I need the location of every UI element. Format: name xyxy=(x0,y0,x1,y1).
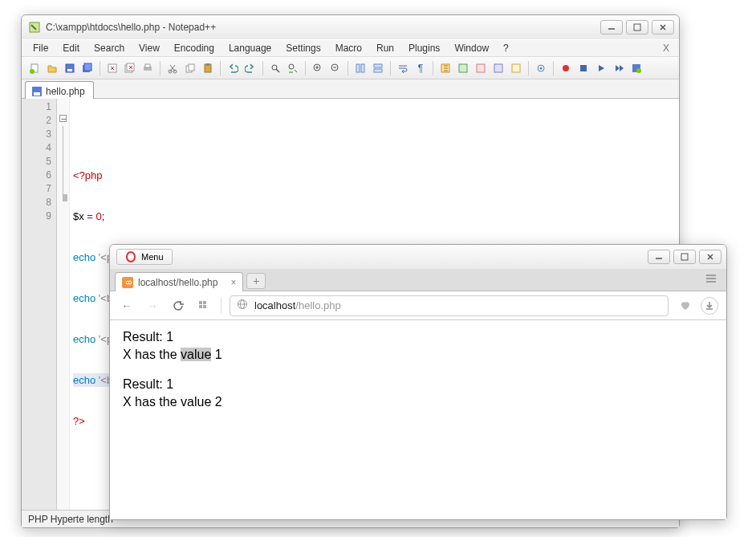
minimize-button[interactable] xyxy=(600,20,623,35)
show-all-chars-icon[interactable]: ¶ xyxy=(413,60,429,76)
svg-rect-32 xyxy=(494,64,502,72)
save-all-icon[interactable] xyxy=(79,60,96,76)
stop-icon[interactable] xyxy=(575,60,591,76)
file-saved-icon xyxy=(32,87,42,96)
svg-rect-31 xyxy=(477,64,485,72)
menu-search[interactable]: Search xyxy=(87,41,131,55)
opera-window: Menu ထ localhost/hello.php × + ← → xyxy=(109,244,727,520)
monitor-icon[interactable] xyxy=(533,60,549,76)
new-file-icon[interactable] xyxy=(26,60,43,76)
svg-rect-41 xyxy=(34,92,40,96)
svg-rect-2 xyxy=(634,24,640,31)
window-title: C:\xampp\htdocs\hello.php - Notepad++ xyxy=(46,22,216,33)
save-macro-icon[interactable] xyxy=(628,60,644,76)
svg-rect-33 xyxy=(512,64,520,72)
svg-line-21 xyxy=(276,69,279,72)
svg-rect-6 xyxy=(67,69,72,71)
opera-logo-icon xyxy=(125,251,136,262)
tab-menu-icon[interactable] xyxy=(701,273,721,287)
speed-dial-button[interactable] xyxy=(195,297,213,315)
copy-icon[interactable] xyxy=(182,60,198,76)
line-number-gutter: 123456789 xyxy=(22,99,57,510)
folder-doc-icon[interactable] xyxy=(473,60,489,76)
redo-icon[interactable] xyxy=(242,60,258,76)
reload-button[interactable] xyxy=(169,297,187,315)
zoom-out-icon[interactable] xyxy=(327,60,343,76)
menu-run[interactable]: Run xyxy=(370,41,400,55)
file-tab-label: hello.php xyxy=(46,86,85,97)
menu-settings[interactable]: Settings xyxy=(279,41,327,55)
user-lang-icon[interactable] xyxy=(455,60,471,76)
minimize-button[interactable] xyxy=(648,250,670,264)
print-icon[interactable] xyxy=(140,60,156,76)
back-button[interactable]: ← xyxy=(118,297,136,315)
tab-title: localhost/hello.php xyxy=(138,277,217,288)
play-multi-icon[interactable] xyxy=(611,60,627,76)
svg-rect-19 xyxy=(206,63,209,66)
svg-point-35 xyxy=(540,67,543,69)
menu-help[interactable]: ? xyxy=(497,41,515,55)
fold-gutter[interactable] xyxy=(57,99,70,510)
browser-tab-bar: ထ localhost/hello.php × + xyxy=(110,269,726,291)
close-button[interactable] xyxy=(652,20,674,35)
record-icon[interactable] xyxy=(558,60,574,76)
url-input[interactable]: localhost/hello.php xyxy=(230,295,669,316)
paste-icon[interactable] xyxy=(200,60,216,76)
svg-rect-30 xyxy=(459,64,467,72)
sync-h-icon[interactable] xyxy=(370,60,386,76)
sync-v-icon[interactable] xyxy=(352,60,368,76)
zoom-in-icon[interactable] xyxy=(310,60,326,76)
indent-guide-icon[interactable] xyxy=(437,60,453,76)
new-tab-button[interactable]: + xyxy=(246,273,266,289)
svg-rect-17 xyxy=(189,64,194,71)
svg-rect-26 xyxy=(361,64,364,72)
menu-language[interactable]: Language xyxy=(222,41,278,55)
replace-icon[interactable] xyxy=(285,60,301,76)
result-paragraph-2: Result: 1X has the value 2 xyxy=(123,376,713,410)
selected-text: value xyxy=(181,348,211,361)
close-button[interactable] xyxy=(699,250,721,264)
open-file-icon[interactable] xyxy=(44,60,60,76)
menu-edit[interactable]: Edit xyxy=(56,41,86,55)
svg-point-42 xyxy=(127,252,135,262)
svg-rect-46 xyxy=(203,301,206,304)
undo-icon[interactable] xyxy=(225,60,241,76)
notepadpp-titlebar[interactable]: C:\xampp\htdocs\hello.php - Notepad++ xyxy=(22,15,679,39)
svg-rect-8 xyxy=(84,63,91,71)
downloads-icon[interactable] xyxy=(701,297,718,315)
menu-macro[interactable]: Macro xyxy=(329,41,368,55)
opera-menu-button[interactable]: Menu xyxy=(116,249,173,265)
browser-tab[interactable]: ထ localhost/hello.php × xyxy=(115,272,243,291)
forward-button[interactable]: → xyxy=(144,297,161,315)
menu-window[interactable]: Window xyxy=(448,41,495,55)
wrap-icon[interactable] xyxy=(395,60,411,76)
svg-point-4 xyxy=(30,69,35,74)
menu-encoding[interactable]: Encoding xyxy=(168,41,221,55)
close-file-icon[interactable] xyxy=(104,60,120,76)
bookmark-heart-icon[interactable] xyxy=(677,297,694,315)
menu-plugins[interactable]: Plugins xyxy=(402,41,446,55)
cut-icon[interactable] xyxy=(165,60,181,76)
file-tab[interactable]: hello.php xyxy=(25,81,94,99)
site-info-icon[interactable] xyxy=(237,299,248,312)
menu-file[interactable]: File xyxy=(26,41,55,55)
menu-view[interactable]: View xyxy=(132,41,166,55)
save-icon[interactable] xyxy=(62,60,78,76)
tab-close-icon[interactable]: × xyxy=(230,277,236,288)
menubar: File Edit Search View Encoding Language … xyxy=(22,39,679,57)
svg-point-39 xyxy=(636,68,641,73)
func-list-icon[interactable] xyxy=(508,60,524,76)
close-all-icon[interactable] xyxy=(122,60,138,76)
svg-rect-44 xyxy=(681,254,688,260)
opera-titlebar[interactable]: Menu xyxy=(110,245,726,269)
maximize-button[interactable] xyxy=(626,20,648,35)
find-icon[interactable] xyxy=(267,60,283,76)
doc-map-icon[interactable] xyxy=(490,60,506,76)
play-icon[interactable] xyxy=(593,60,609,76)
svg-rect-45 xyxy=(199,301,202,304)
svg-rect-28 xyxy=(374,69,382,72)
maximize-button[interactable] xyxy=(673,250,696,264)
file-tab-bar: hello.php xyxy=(22,79,679,99)
menubar-close-icon[interactable]: X xyxy=(658,43,674,54)
result-paragraph-1: Result: 1X has the value 1 xyxy=(123,328,713,363)
